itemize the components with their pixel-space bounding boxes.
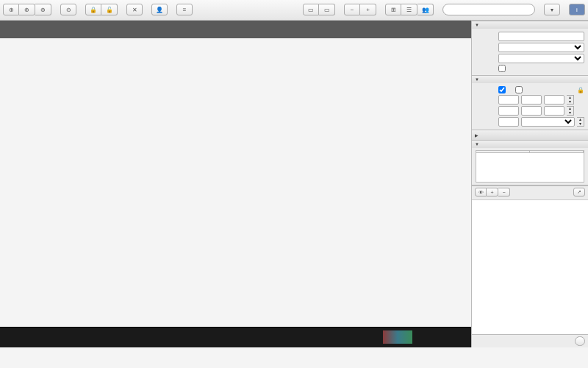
entities-button[interactable]: 👤 — [151, 4, 168, 15]
arcs-button[interactable]: ≡ — [176, 4, 193, 15]
note-link-button[interactable]: ↗ — [573, 188, 585, 197]
timeline-header — [0, 21, 471, 38]
toolbar: ⊕ ⊕ ⊕ ⊖ 🔒🔓 ✕ 👤 ≡ ▭▭ −+ ⊞☰👥 ▾ i — [0, 0, 588, 21]
end-month-input[interactable] — [498, 106, 519, 116]
reveal-button[interactable] — [575, 336, 585, 346]
label-select[interactable] — [498, 43, 584, 52]
external-links-header[interactable] — [472, 141, 588, 148]
notes-editor[interactable] — [472, 199, 588, 334]
note-tool-1[interactable]: 👁 — [475, 188, 487, 197]
add-arc-button[interactable]: ⊕ — [35, 4, 51, 15]
title-input[interactable] — [498, 32, 584, 41]
start-month-input[interactable] — [498, 95, 519, 105]
note-remove-button[interactable]: − — [498, 188, 510, 197]
timeline-pane — [0, 21, 472, 347]
mini-timeline[interactable] — [0, 327, 471, 347]
inspector-panel: 🔒 ▴▾ ▴▾ ▴▾ ▶ 👁+−↗ — [472, 21, 588, 347]
dates-header[interactable] — [472, 76, 588, 83]
view-3-button[interactable]: 👥 — [417, 4, 434, 15]
end-year-input[interactable] — [521, 106, 542, 116]
toggle-2-button[interactable]: ▭ — [319, 4, 335, 15]
unlock-button[interactable]: 🔓 — [101, 4, 118, 15]
end-stepper[interactable]: ▴▾ — [567, 106, 574, 116]
span-stepper[interactable]: ▴▾ — [577, 117, 584, 127]
tags-header[interactable]: ▶ — [472, 130, 588, 140]
end-era-input[interactable] — [544, 106, 564, 116]
arc-select[interactable] — [498, 54, 584, 63]
mini-viewport-region[interactable] — [383, 330, 412, 344]
zoom-in-button[interactable]: + — [360, 4, 376, 15]
delete-button[interactable]: ⊖ — [60, 4, 76, 15]
settings-button[interactable]: ✕ — [126, 4, 143, 15]
event-details-header[interactable] — [472, 21, 588, 29]
add-entity-button[interactable]: ⊕ — [19, 4, 35, 15]
month-checkbox[interactable] — [498, 86, 506, 93]
lock-button[interactable]: 🔒 — [85, 4, 101, 15]
links-table-body[interactable] — [476, 153, 584, 183]
start-year-input[interactable] — [521, 95, 542, 105]
view-2-button[interactable]: ☰ — [401, 4, 417, 15]
add-event-button[interactable]: ⊕ — [3, 4, 19, 15]
search-input[interactable] — [442, 4, 535, 15]
toggle-1-button[interactable]: ▭ — [303, 4, 319, 15]
completed-checkbox[interactable] — [498, 65, 506, 72]
view-1-button[interactable]: ⊞ — [385, 4, 401, 15]
span-number-input[interactable] — [498, 117, 519, 127]
lock-icon[interactable]: 🔒 — [577, 87, 584, 93]
zoom-out-button[interactable]: − — [344, 4, 360, 15]
day-checkbox[interactable] — [515, 86, 523, 93]
add-group: ⊕ ⊕ ⊕ — [3, 4, 51, 16]
inspector-button[interactable]: i — [569, 4, 585, 15]
start-era-input[interactable] — [544, 95, 564, 105]
note-add-button[interactable]: + — [487, 188, 498, 197]
filter-button[interactable]: ▾ — [544, 4, 560, 15]
span-unit-select[interactable] — [521, 117, 575, 127]
start-stepper[interactable]: ▴▾ — [567, 95, 574, 105]
